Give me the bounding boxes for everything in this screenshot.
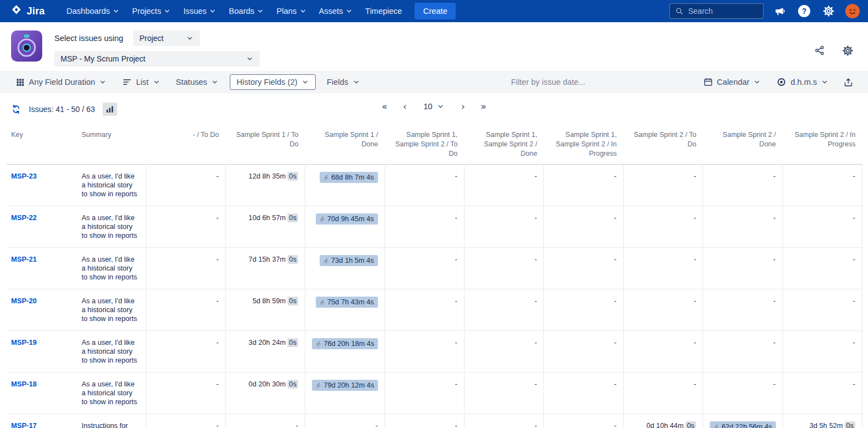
runner-icon: [319, 216, 325, 223]
column-header[interactable]: Sample Sprint 1, Sample Sprint 2 / In Pr…: [544, 123, 623, 165]
nav-item-dashboards[interactable]: Dashboards: [62, 3, 125, 19]
nav-item-boards[interactable]: Boards: [224, 3, 269, 19]
page: Jira Dashboards Projects Issues Boards P…: [0, 0, 868, 428]
export-button[interactable]: [840, 74, 857, 91]
column-header[interactable]: Sample Sprint 2 / To Do: [623, 123, 703, 165]
scope-select[interactable]: Project: [133, 30, 200, 46]
nav-item-label: Issues: [183, 7, 206, 16]
statuses-button[interactable]: Statuses: [171, 74, 223, 90]
user-avatar[interactable]: [845, 3, 860, 19]
prev-page-button[interactable]: ‹: [401, 100, 409, 113]
column-header[interactable]: Key: [7, 123, 75, 165]
help-button[interactable]: ?: [796, 3, 813, 19]
gear-icon: [822, 5, 835, 17]
duration-cell: 7d 15h 37m0s: [225, 248, 305, 289]
column-header[interactable]: Sample Sprint 1, Sample Sprint 2 / To Do: [385, 123, 464, 165]
chevron-down-icon: [299, 7, 307, 15]
nav-item-timepiece[interactable]: Timepiece: [360, 3, 407, 19]
issues-count-label: Issues: 41 - 50 / 63: [29, 105, 95, 114]
page-size-select[interactable]: 10: [420, 100, 448, 113]
column-header[interactable]: Sample Sprint 2 / In Progress: [783, 123, 862, 165]
table-row: MSP-23As a user, I'd like a historical s…: [7, 165, 862, 206]
time-format-button[interactable]: d.h.m.s: [772, 74, 833, 90]
table-row: MSP-17Instructions for deleting this sam…: [7, 414, 862, 428]
calendar-label: Calendar: [717, 78, 750, 86]
settings-button[interactable]: [820, 3, 837, 19]
duration-cell: -: [544, 206, 623, 248]
issue-key-link[interactable]: MSP-22: [11, 213, 37, 222]
duration-cell: -: [465, 206, 544, 248]
duration-text: 10d 6h 57m0s: [249, 214, 298, 222]
announcements-button[interactable]: [771, 3, 788, 19]
column-header[interactable]: Sample Sprint 1 / To Do: [225, 123, 305, 165]
table-header-row: KeySummary- / To DoSample Sprint 1 / To …: [7, 123, 862, 165]
nav-item-plans[interactable]: Plans: [271, 3, 311, 19]
duration-cell: 0d 10h 44m0s: [623, 414, 703, 428]
seconds-badge: 0s: [287, 380, 298, 389]
issue-key-cell: MSP-19: [7, 331, 75, 373]
issue-key-link[interactable]: MSP-20: [11, 297, 37, 305]
issue-date-filter[interactable]: Filter by issue date...: [511, 78, 586, 86]
project-select[interactable]: MSP - My Scrum Project: [54, 51, 260, 67]
create-button[interactable]: Create: [415, 3, 456, 19]
view-type-button[interactable]: List: [118, 74, 165, 90]
nav-item-label: Assets: [319, 7, 344, 16]
running-duration-chip: 75d 7h 43m 4s: [316, 297, 378, 308]
issue-key-link[interactable]: MSP-21: [11, 255, 37, 263]
column-header[interactable]: Sample Sprint 1, Sample Sprint 2 / Done: [465, 123, 544, 165]
search-box[interactable]: [669, 3, 764, 19]
export-icon: [843, 77, 854, 88]
duration-cell: -: [146, 206, 225, 248]
seconds-badge: 0s: [287, 297, 298, 305]
refresh-button[interactable]: [9, 102, 23, 116]
chart-view-button[interactable]: [103, 103, 117, 116]
issue-key-link[interactable]: MSP-17: [11, 421, 37, 428]
duration-type-button[interactable]: Any Field Duration: [11, 74, 111, 90]
project-value: MSP - My Scrum Project: [60, 54, 145, 63]
nav-item-projects[interactable]: Projects: [127, 3, 176, 19]
duration-cell: -: [783, 373, 862, 414]
nav-item-issues[interactable]: Issues: [178, 3, 221, 19]
next-page-button[interactable]: ›: [459, 100, 467, 113]
issue-summary: Instructions for deleting this sample bo…: [75, 414, 146, 428]
issue-key-link[interactable]: MSP-18: [11, 380, 37, 388]
issue-key-link[interactable]: MSP-19: [11, 338, 37, 347]
chevron-down-icon: [209, 7, 216, 15]
runner-icon: [322, 257, 329, 264]
report-header: Select issues using Project MSP - My Scr…: [0, 22, 868, 71]
issue-summary: As a user, I'd like a historical story t…: [75, 331, 146, 373]
chevron-down-icon: [437, 103, 445, 110]
jira-logo[interactable]: Jira: [10, 4, 45, 19]
column-header[interactable]: Sample Sprint 2 / Done: [703, 123, 783, 165]
seconds-badge: 0s: [287, 213, 298, 222]
nav-item-assets[interactable]: Assets: [314, 3, 359, 19]
seconds-badge: 0s: [845, 421, 855, 428]
issue-key-link[interactable]: MSP-23: [11, 172, 37, 180]
issue-summary: As a user, I'd like a historical story t…: [75, 373, 146, 414]
history-fields-button[interactable]: History Fields (2): [230, 74, 316, 90]
issue-key-cell: MSP-22: [7, 206, 75, 248]
column-header[interactable]: - / To Do: [146, 123, 225, 165]
seconds-badge: 0s: [287, 338, 298, 347]
primary-nav: Dashboards Projects Issues Boards Plans …: [62, 3, 456, 19]
fields-button[interactable]: Fields: [322, 74, 365, 90]
duration-cell: -: [385, 206, 464, 248]
duration-cell: -: [703, 373, 783, 414]
column-header[interactable]: Summary: [75, 123, 146, 165]
duration-cell: -: [544, 248, 623, 289]
share-button[interactable]: [811, 42, 828, 59]
duration-cell: -: [703, 289, 783, 331]
refresh-icon: [11, 104, 21, 114]
duration-cell: -: [703, 165, 783, 206]
report-settings-button[interactable]: [839, 42, 856, 59]
runner-icon: [713, 424, 719, 428]
report-toolbar: Any Field Duration List Statuses History…: [0, 71, 868, 93]
nav-item-label: Boards: [229, 7, 254, 16]
search-input[interactable]: [688, 7, 758, 16]
column-header[interactable]: Sample Sprint 1 / Done: [305, 123, 385, 165]
calendar-button[interactable]: Calendar: [699, 74, 766, 90]
first-page-button[interactable]: «: [380, 100, 390, 113]
duration-cell: -: [225, 414, 305, 428]
last-page-button[interactable]: »: [478, 100, 488, 113]
seconds-badge: 0s: [287, 172, 298, 181]
